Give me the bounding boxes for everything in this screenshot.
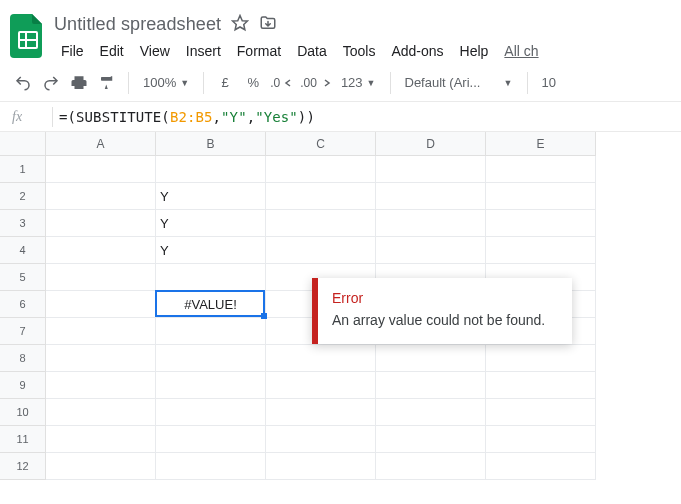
cell-B5[interactable] [156, 264, 266, 291]
menu-file[interactable]: File [54, 39, 91, 63]
spreadsheet-grid[interactable]: A B C D E 12Y3Y4Y56#VALUE!789101112 Erro… [0, 132, 681, 480]
cell-C9[interactable] [266, 372, 376, 399]
cell-E10[interactable] [486, 399, 596, 426]
row-header[interactable]: 2 [0, 183, 46, 210]
print-icon[interactable] [66, 70, 92, 96]
cell-A12[interactable] [46, 453, 156, 480]
cell-D3[interactable] [376, 210, 486, 237]
row-header[interactable]: 11 [0, 426, 46, 453]
formula-input[interactable]: =(SUBSTITUTE(B2:B5,"Y","Yes")) [59, 109, 315, 125]
cell-A4[interactable] [46, 237, 156, 264]
cell-D11[interactable] [376, 426, 486, 453]
row-header[interactable]: 9 [0, 372, 46, 399]
cell-A6[interactable] [46, 291, 156, 318]
cell-D2[interactable] [376, 183, 486, 210]
cell-E11[interactable] [486, 426, 596, 453]
col-header[interactable]: E [486, 132, 596, 156]
row-header[interactable]: 12 [0, 453, 46, 480]
cell-C4[interactable] [266, 237, 376, 264]
menu-view[interactable]: View [133, 39, 177, 63]
col-header[interactable]: A [46, 132, 156, 156]
cell-C1[interactable] [266, 156, 376, 183]
row-header[interactable]: 10 [0, 399, 46, 426]
row-header[interactable]: 7 [0, 318, 46, 345]
cell-D4[interactable] [376, 237, 486, 264]
cell-C3[interactable] [266, 210, 376, 237]
cell-D1[interactable] [376, 156, 486, 183]
cell-E3[interactable] [486, 210, 596, 237]
row-header[interactable]: 3 [0, 210, 46, 237]
sheets-logo-icon[interactable] [8, 12, 48, 60]
menu-help[interactable]: Help [453, 39, 496, 63]
cell-B12[interactable] [156, 453, 266, 480]
cell-B9[interactable] [156, 372, 266, 399]
row-header[interactable]: 5 [0, 264, 46, 291]
cell-C10[interactable] [266, 399, 376, 426]
cell-B4[interactable]: Y [156, 237, 266, 264]
cell-D8[interactable] [376, 345, 486, 372]
cell-E8[interactable] [486, 345, 596, 372]
move-folder-icon[interactable] [259, 14, 277, 35]
row-header[interactable]: 4 [0, 237, 46, 264]
cell-C11[interactable] [266, 426, 376, 453]
cell-A7[interactable] [46, 318, 156, 345]
arrow-left-icon [284, 78, 294, 88]
cell-E12[interactable] [486, 453, 596, 480]
col-header[interactable]: D [376, 132, 486, 156]
cell-C8[interactable] [266, 345, 376, 372]
row-header[interactable]: 8 [0, 345, 46, 372]
fx-text: =( [59, 109, 76, 125]
last-edit-link[interactable]: All ch [497, 39, 545, 63]
format-percent-button[interactable]: % [240, 70, 266, 96]
cell-E1[interactable] [486, 156, 596, 183]
cell-A1[interactable] [46, 156, 156, 183]
cell-B10[interactable] [156, 399, 266, 426]
zoom-dropdown[interactable]: 100%▼ [137, 70, 195, 96]
decrease-decimal-button[interactable]: .0 [268, 70, 296, 96]
redo-icon[interactable] [38, 70, 64, 96]
cell-D12[interactable] [376, 453, 486, 480]
doc-title[interactable]: Untitled spreadsheet [54, 14, 221, 35]
cell-E2[interactable] [486, 183, 596, 210]
row-header[interactable]: 6 [0, 291, 46, 318]
cell-B6[interactable]: #VALUE! [156, 291, 266, 318]
cell-C12[interactable] [266, 453, 376, 480]
cell-E4[interactable] [486, 237, 596, 264]
cell-B8[interactable] [156, 345, 266, 372]
cell-A5[interactable] [46, 264, 156, 291]
cell-B3[interactable]: Y [156, 210, 266, 237]
cell-B7[interactable] [156, 318, 266, 345]
select-all-corner[interactable] [0, 132, 46, 156]
cell-B11[interactable] [156, 426, 266, 453]
cell-A2[interactable] [46, 183, 156, 210]
number-format-dropdown[interactable]: 123▼ [335, 70, 382, 96]
format-currency-button[interactable]: £ [212, 70, 238, 96]
cell-A8[interactable] [46, 345, 156, 372]
col-header[interactable]: C [266, 132, 376, 156]
star-icon[interactable] [231, 14, 249, 35]
cell-A10[interactable] [46, 399, 156, 426]
row-header[interactable]: 1 [0, 156, 46, 183]
undo-icon[interactable] [10, 70, 36, 96]
menu-format[interactable]: Format [230, 39, 288, 63]
cell-C2[interactable] [266, 183, 376, 210]
col-header[interactable]: B [156, 132, 266, 156]
cell-B1[interactable] [156, 156, 266, 183]
cell-A3[interactable] [46, 210, 156, 237]
cell-D10[interactable] [376, 399, 486, 426]
font-size-dropdown[interactable]: 10 [536, 70, 562, 96]
font-dropdown[interactable]: Default (Ari...▼ [399, 70, 519, 96]
cell-A9[interactable] [46, 372, 156, 399]
menu-tools[interactable]: Tools [336, 39, 383, 63]
cell-B2[interactable]: Y [156, 183, 266, 210]
paint-format-icon[interactable] [94, 70, 120, 96]
cell-A11[interactable] [46, 426, 156, 453]
increase-decimal-button[interactable]: .00 [298, 70, 333, 96]
fx-str: "Yes" [255, 109, 298, 125]
menu-addons[interactable]: Add-ons [384, 39, 450, 63]
menu-data[interactable]: Data [290, 39, 334, 63]
cell-D9[interactable] [376, 372, 486, 399]
cell-E9[interactable] [486, 372, 596, 399]
menu-insert[interactable]: Insert [179, 39, 228, 63]
menu-edit[interactable]: Edit [93, 39, 131, 63]
